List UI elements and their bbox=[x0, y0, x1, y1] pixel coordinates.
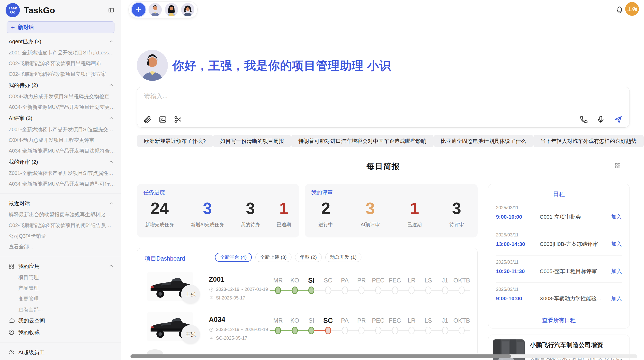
chevron-up-icon bbox=[108, 263, 114, 269]
sidebar-chat-item[interactable]: 产品管理 bbox=[0, 283, 121, 293]
layout-grid-icon[interactable] bbox=[614, 162, 621, 169]
cloud-space-label: 我的云空间 bbox=[18, 317, 114, 324]
join-link[interactable]: 加入 bbox=[611, 268, 622, 275]
project-row: 王强 A034 2023-12-19 ~ 2026-01-19 SC-2025-… bbox=[137, 311, 477, 351]
sidebar-item-tool[interactable]: AI超级员工 bbox=[0, 347, 121, 358]
project-dashboard-card: 项目Dashboard 全新平台 (4)全新上装 (3)年型 (2)动总开发 (… bbox=[137, 248, 478, 357]
attachment-icon[interactable] bbox=[143, 115, 152, 124]
scrollbar-thumb[interactable] bbox=[130, 354, 511, 358]
milestone-dot bbox=[275, 327, 281, 334]
sidebar-chat-item[interactable]: Z001-全新燃油皮卡产品开发项目SI节点Lesson Learn报告 bbox=[0, 47, 121, 58]
milestone-label: FEC bbox=[387, 317, 403, 324]
sidebar-chat-item[interactable]: 查看全部... bbox=[0, 304, 121, 315]
ai-staff-icon bbox=[8, 349, 15, 356]
user-avatar[interactable]: 王强 bbox=[625, 2, 639, 16]
sidebar-chat-item[interactable]: 项目管理 bbox=[0, 272, 121, 283]
sidebar-chat-item[interactable]: Z001-全新燃油轻卡产品开发项目SI造型提交物评审 bbox=[0, 124, 121, 135]
suggestion-chip[interactable]: 比亚迪全固态电池计划具体说了什么 bbox=[434, 135, 533, 147]
milestone: OKTB bbox=[453, 317, 470, 335]
sidebar-chat-item[interactable]: C02-飞腾新能源轻客改款项目的闭环通告反馈情况 bbox=[0, 220, 121, 231]
stat-label: 已逾期 bbox=[276, 221, 291, 228]
stat-value: 1 bbox=[276, 200, 291, 217]
chat-input[interactable] bbox=[144, 92, 623, 108]
project-owner-avatar: 王强 bbox=[181, 285, 200, 304]
stat-value: 3 bbox=[241, 200, 260, 217]
sidebar-chat-item[interactable]: 解释最新出台的欧盟报废车法规再生塑料比例被调至15%... bbox=[0, 209, 121, 220]
add-agent-button[interactable]: + bbox=[132, 3, 145, 17]
sidebar-section-label: Agent已办 (3) bbox=[9, 38, 108, 45]
suggestion-chip[interactable]: 欧洲新规最近颁布了什么? bbox=[137, 135, 213, 147]
join-link[interactable]: 加入 bbox=[611, 213, 622, 220]
sidebar-chat-item[interactable]: C0X4-动力总成开发项目工程变更评审 bbox=[0, 135, 121, 145]
view-all-schedule-link[interactable]: 查看所有日程 bbox=[488, 317, 630, 324]
sidebar-chat-item[interactable]: Z001-全新燃油轻卡产品开发项目SI节点属性5D文件评审 bbox=[0, 168, 121, 178]
milestone: PR bbox=[353, 317, 370, 335]
schedule-event-title: X003-车辆动力学性能验... bbox=[540, 295, 609, 302]
milestone-dot bbox=[442, 287, 448, 294]
milestone-label: LR bbox=[403, 317, 420, 324]
badge-star-icon bbox=[8, 329, 15, 336]
project-flag-date: SC-2025-05-17 bbox=[209, 336, 247, 341]
project-row: 王强 Z001 2023-12-19 ~ 2027-01-19 SI-2025-… bbox=[137, 271, 477, 311]
microphone-icon[interactable] bbox=[596, 115, 605, 124]
sidebar-chat-item[interactable]: C02-飞腾新能源轻客改款项目里程碑画布 bbox=[0, 58, 121, 69]
sidebar-section-header[interactable]: 我的评审 (2) bbox=[0, 156, 121, 168]
sidebar-item-favorites[interactable]: 我的收藏 bbox=[0, 326, 121, 338]
dashboard-tab[interactable]: 动总开发 (1) bbox=[325, 253, 362, 262]
sidebar-chat-item[interactable]: C02-飞腾新能源轻客改款项目立项汇报方案 bbox=[0, 69, 121, 79]
sidebar-chat-item[interactable]: A034-全新新能源MUV产品开发项目造型可行性评审 bbox=[0, 178, 121, 189]
chevron-up-icon bbox=[108, 82, 114, 88]
scissors-icon[interactable] bbox=[174, 115, 182, 124]
stat-label: 已逾期 bbox=[407, 221, 422, 228]
sidebar-section-header[interactable]: 最近对话 bbox=[0, 198, 121, 209]
send-icon[interactable] bbox=[614, 115, 622, 124]
dashboard-tab[interactable]: 全新平台 (4) bbox=[215, 253, 252, 262]
suggestion-chip[interactable]: 当下年轻人对汽车外观有怎样的喜好趋势 bbox=[533, 135, 644, 147]
schedule-title: 日程 bbox=[488, 190, 630, 198]
join-link[interactable]: 加入 bbox=[611, 295, 622, 302]
milestone-dot bbox=[358, 327, 364, 334]
sidebar-section-header[interactable]: Agent已办 (3) bbox=[0, 36, 121, 47]
sidebar-item-tool[interactable]: 帮我写作 bbox=[0, 358, 121, 360]
project-code[interactable]: Z001 bbox=[209, 276, 225, 283]
suggestion-chip[interactable]: 如何写一份清晰的项目周报 bbox=[213, 135, 291, 147]
app-header: Task Go TaskGo bbox=[0, 0, 121, 20]
sidebar-item-cloud-space[interactable]: 我的云空间 bbox=[0, 315, 121, 326]
flag-icon bbox=[209, 296, 214, 301]
agent-avatar-2[interactable] bbox=[165, 3, 178, 16]
horizontal-scrollbar bbox=[130, 354, 637, 358]
schedule-time: 10:30-11:30 bbox=[496, 268, 540, 274]
agent-avatar-3[interactable] bbox=[181, 3, 194, 16]
sidebar-chat-item[interactable]: 公司Q3轻卡销量 bbox=[0, 231, 121, 241]
sidebar-section-header[interactable]: 我的待办 (2) bbox=[0, 79, 121, 91]
schedule-time: 13:00-14:30 bbox=[496, 241, 540, 247]
sidebar-chat-item[interactable]: A034-全新新能源MUV产品开发项目计划变更表编写 bbox=[0, 102, 121, 112]
milestone: SC bbox=[320, 317, 336, 335]
schedule-item: 2025/03/11 9:00-10:00 X003-车辆动力学性能验... 加… bbox=[496, 283, 622, 310]
sidebar-chat-item[interactable]: C0X4-动力总成开发项目SI里程碑提交物检查 bbox=[0, 91, 121, 102]
milestone-dot bbox=[425, 287, 431, 294]
suggestion-chip[interactable]: 特朗普可能对进口汽车增税会对中国车企造成哪些影响 bbox=[291, 135, 434, 147]
sidebar-item-my-apps[interactable]: 我的应用 bbox=[0, 260, 121, 272]
milestone: LR bbox=[403, 277, 420, 295]
sidebar-chat-item[interactable]: A034-全新新能源MUV产品开发项目法规符合性评审 bbox=[0, 145, 121, 156]
logo-text-bottom: Go bbox=[10, 10, 16, 14]
image-icon[interactable] bbox=[158, 115, 167, 124]
sidebar-collapse-icon[interactable] bbox=[108, 7, 114, 13]
schedule-event-title: C005-整车工程目标评审 bbox=[540, 268, 609, 275]
notification-bell-icon[interactable] bbox=[615, 6, 624, 14]
phone-icon[interactable] bbox=[579, 115, 588, 124]
sidebar-section-header[interactable]: AI评审 (3) bbox=[0, 112, 121, 124]
daily-briefing-title: 每日简报 bbox=[367, 162, 400, 171]
project-code[interactable]: A034 bbox=[209, 316, 225, 324]
sidebar-chat-item[interactable]: 查看全部... bbox=[0, 241, 121, 252]
dashboard-tab[interactable]: 年型 (2) bbox=[295, 253, 322, 262]
dashboard-tab[interactable]: 全新上装 (3) bbox=[255, 253, 292, 262]
sidebar-chat-item[interactable]: 变更管理 bbox=[0, 293, 121, 304]
milestone: PEC bbox=[370, 277, 387, 295]
app-logo: Task Go bbox=[6, 3, 20, 17]
agent-avatar-1[interactable] bbox=[149, 3, 162, 16]
new-chat-button[interactable]: + 新对话 bbox=[7, 21, 114, 33]
join-link[interactable]: 加入 bbox=[611, 241, 622, 248]
project-dates: 2023-12-19 ~ 2026-01-19 bbox=[209, 327, 268, 332]
